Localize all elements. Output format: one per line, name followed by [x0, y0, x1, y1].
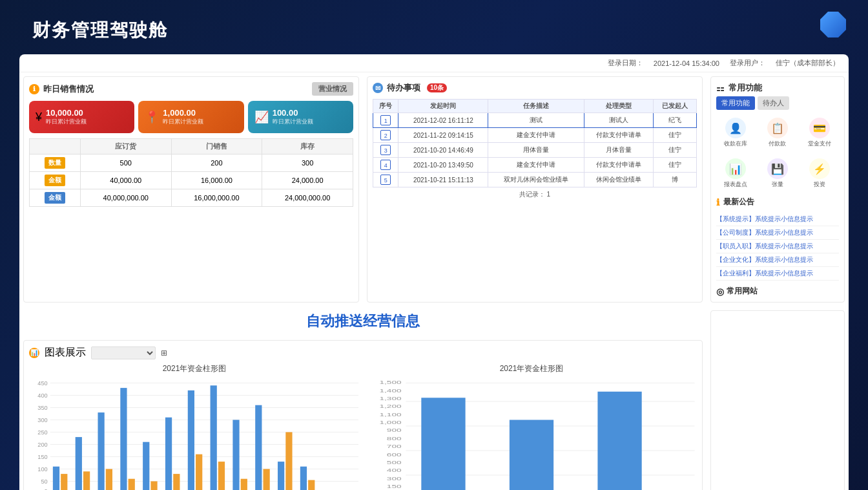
row-2-c1: 16,000,000.00 [171, 189, 262, 207]
charts-icon: 📊 [29, 348, 39, 358]
main-card: 登录日期： 2021-12-04 15:34:00 登录用户： 佳宁（成本部部长… [19, 54, 849, 490]
svg-rect-40 [278, 462, 284, 490]
announce-list: 【系统提示】系统提示小信息提示【公司制度】系统提示小信息提示【职员入职】系统提示… [716, 213, 839, 281]
svg-text:1,400: 1,400 [379, 388, 401, 393]
todo-table: 序号 发起时间 任务描述 处理类型 已发起人 1 2021-12-02 16:1… [373, 99, 697, 187]
qf-item-5[interactable]: ⚡ 投资 [800, 154, 839, 193]
svg-rect-78 [510, 420, 553, 491]
table-row: 金额 40,000.00 16,000.00 24,000.00 [30, 172, 353, 189]
qf-title: 常用功能 [728, 82, 762, 94]
charts-header: 📊 图表展示 ⊞ [29, 346, 697, 359]
charts-and-banner: 自动推送经营信息 📊 图表展示 ⊞ 2021年资金柱形图 [19, 306, 707, 490]
svg-rect-38 [255, 405, 262, 490]
svg-text:100: 100 [37, 467, 47, 473]
svg-text:50: 50 [41, 479, 47, 485]
col-menxiaoshou: 门销售 [171, 139, 262, 154]
table-row: 4 2021-10-20 13:49:50 建金支付申请 付款支付申请单 佳宁 [373, 158, 697, 173]
row-0-c0: 500 [80, 154, 171, 172]
qf-item-0[interactable]: 👤 收款在库 [716, 114, 756, 152]
sites-title: 常用网站 [727, 286, 758, 297]
todo-col-user: 已发起人 [654, 100, 697, 113]
svg-text:150: 150 [37, 454, 47, 461]
right-panel: ⚏ 常用功能 常用功能 待办人 👤 收款在库 📋 付款款 💳 堂金支付 [710, 76, 845, 303]
svg-rect-24 [98, 412, 104, 490]
svg-text:400: 400 [37, 393, 47, 399]
svg-text:250: 250 [37, 430, 47, 436]
todo-total-label: 共记录： [519, 191, 545, 198]
qf-icon: ⚏ [716, 83, 725, 93]
col-empty [30, 139, 81, 154]
kpi-value-2: 100.00 [273, 108, 313, 118]
todo-col-idx: 序号 [373, 100, 398, 113]
sales-title: 昨日销售情况 [43, 83, 94, 95]
chart1-svg: 450 400 350 300 250 200 150 100 50 0 [29, 377, 360, 490]
row-label-0: 数量 [45, 157, 65, 169]
login-date-label: 登录日期： [608, 58, 643, 68]
col-yingdinghe: 应订货 [80, 139, 171, 154]
svg-text:200: 200 [37, 442, 47, 449]
svg-rect-37 [241, 479, 247, 490]
qf-item-4[interactable]: 💾 张量 [758, 154, 798, 193]
charts-row: 2021年资金柱形图 450 400 350 300 250 200 150 1… [29, 363, 697, 490]
chart-expand-icon[interactable]: ⊞ [161, 348, 167, 357]
chart1-wrapper: 2021年资金柱形图 450 400 350 300 250 200 150 1… [29, 363, 360, 490]
svg-text:1,300: 1,300 [379, 396, 401, 401]
chart2-wrapper: 2021年资金柱形图 1,500 1,400 1,300 1,200 1,100… [366, 363, 697, 490]
chart2-title: 2021年资金柱形图 [366, 363, 697, 374]
svg-rect-22 [76, 437, 82, 490]
kpi-value-0: 10,000.00 [46, 108, 87, 118]
col-kucun: 库存 [262, 139, 353, 154]
qf-item-2[interactable]: 💳 堂金支付 [800, 114, 839, 152]
svg-rect-33 [196, 454, 202, 490]
table-row: 5 2021-10-21 15:11:13 双对儿休闲会馆业绩单 休闲会馆业绩单… [373, 173, 697, 187]
tab-yingye[interactable]: 营业情况 [312, 82, 353, 96]
announce-item-2[interactable]: 【职员入职】系统提示小信息提示 [716, 240, 839, 253]
svg-text:900: 900 [387, 428, 402, 433]
svg-text:700: 700 [387, 443, 402, 449]
kpi-card-2: 📈 100.00 昨日累计营业额 [248, 101, 353, 133]
qf-item-3[interactable]: 📊 报表盘点 [716, 154, 756, 193]
kpi-card-1: 📍 1,000.00 昨日累计营业额 [138, 101, 243, 133]
todo-col-type: 处理类型 [584, 100, 654, 113]
kpi-label-2: 昨日累计营业额 [273, 118, 313, 126]
announce-item-4[interactable]: 【企业福利】系统提示小信息提示 [716, 267, 839, 281]
kpi-label-0: 昨日累计营业额 [46, 118, 87, 126]
chart1-title: 2021年资金柱形图 [29, 363, 360, 374]
svg-rect-43 [308, 480, 315, 490]
charts-section: 📊 图表展示 ⊞ 2021年资金柱形图 450 400 [23, 340, 703, 490]
login-date-value: 2021-12-04 15:34:00 [654, 59, 719, 67]
svg-text:1,200: 1,200 [379, 404, 401, 409]
row-0-c1: 200 [171, 154, 262, 172]
todo-section: ✉ 待办事项 10条 序号 发起时间 任务描述 处理类型 已发起人 1 2021 [367, 76, 703, 303]
svg-text:400: 400 [387, 467, 402, 473]
auto-push-banner: 自动推送经营信息 [19, 306, 707, 336]
svg-rect-39 [263, 469, 269, 491]
sales-table: 应订货 门销售 库存 数量 500 200 300 金额 40,000.00 [29, 138, 353, 207]
row-1-c2: 24,000.00 [262, 172, 353, 189]
top-bar: 登录日期： 2021-12-04 15:34:00 登录用户： 佳宁（成本部部长… [19, 54, 849, 72]
svg-text:1,500: 1,500 [379, 380, 401, 385]
row-1-c1: 16,000.00 [171, 172, 262, 189]
sales-icon: ℹ [29, 84, 39, 94]
qf-item-1[interactable]: 📋 付款款 [758, 114, 798, 152]
announce-item-1[interactable]: 【公司制度】系统提示小信息提示 [716, 226, 839, 240]
table-row: 3 2021-10-20 14:46:49 用体音量 月体音量 佳宁 [373, 143, 697, 158]
chart-select[interactable] [91, 346, 156, 359]
kpi-icon-2: 📈 [254, 110, 269, 124]
table-row: 1 2021-12-02 16:11:12 测试 测试人 纪飞 [373, 113, 697, 128]
chart2-svg: 1,500 1,400 1,300 1,200 1,100 1,000 900 … [366, 377, 697, 490]
todo-badge: 10条 [427, 83, 447, 92]
row-0-c2: 300 [262, 154, 353, 172]
announce-item-0[interactable]: 【系统提示】系统提示小信息提示 [716, 213, 839, 226]
qf-tab-active[interactable]: 常用功能 [716, 96, 755, 110]
page-title: 财务管理驾驶舱 [0, 0, 868, 54]
table-row: 金额 40,000,000.00 16,000,000.00 24,000,00… [30, 189, 353, 207]
todo-col-desc: 任务描述 [488, 100, 584, 113]
logo [820, 12, 852, 44]
announce-title: 最新公告 [723, 197, 754, 208]
table-row: 2 2021-11-22 09:14:15 建金支付申请 付款支付申请单 佳宁 [373, 128, 697, 143]
todo-title: 待办事项 [387, 82, 420, 94]
row-label-2: 金额 [45, 192, 65, 204]
announce-item-3[interactable]: 【企业文化】系统提示小信息提示 [716, 253, 839, 267]
qf-tab-inactive[interactable]: 待办人 [758, 96, 789, 110]
